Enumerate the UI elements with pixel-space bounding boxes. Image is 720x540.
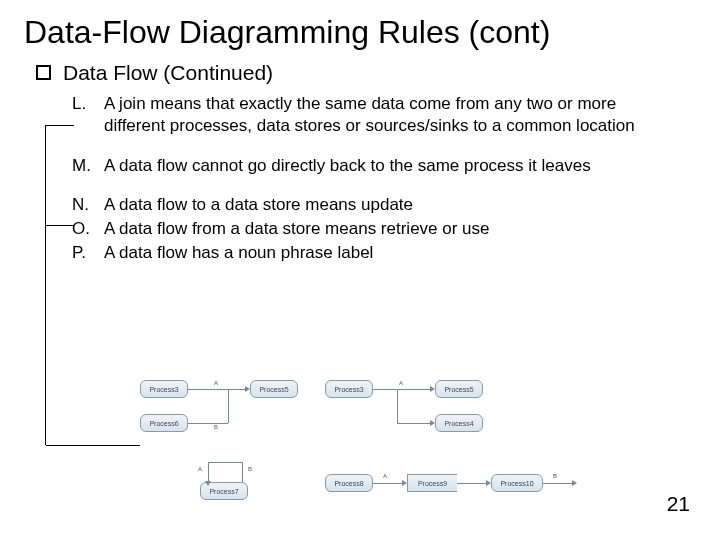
process-box: Process3: [325, 380, 373, 398]
dfd-group-selfloop: Process7 A B: [170, 456, 290, 506]
arrow-label: A: [198, 466, 202, 472]
rule-list: L. A join means that exactly the same da…: [0, 85, 720, 264]
process-box: Process5: [435, 380, 483, 398]
arrow-icon: [543, 483, 573, 484]
arrow-icon: [208, 462, 209, 482]
arrow-label: B: [214, 424, 218, 430]
section-heading: Data Flow (Continued): [0, 57, 720, 85]
data-store-box: Process9: [407, 474, 457, 492]
arrow-label: A: [214, 380, 218, 386]
section-heading-text: Data Flow (Continued): [63, 61, 273, 85]
arrow-icon: [228, 389, 229, 423]
rule-text: A data flow from a data store means retr…: [104, 218, 672, 240]
rule-letter: N.: [72, 194, 96, 216]
arrow-icon: [373, 389, 431, 390]
rule-letter: P.: [72, 242, 96, 264]
arrow-icon: [208, 462, 242, 463]
arrow-icon: [188, 423, 228, 424]
process-box: Process10: [491, 474, 543, 492]
slide-title: Data-Flow Diagramming Rules (cont): [0, 0, 720, 57]
page-number: 21: [667, 492, 690, 516]
rule-letter: O.: [72, 218, 96, 240]
process-box: Process6: [140, 414, 188, 432]
arrow-icon: [457, 483, 487, 484]
arrow-label: A: [399, 380, 403, 386]
arrow-label: B: [248, 466, 252, 472]
dfd-illustration: Process3 Process6 Process5 A B Process3 …: [140, 378, 640, 508]
dfd-group-chain: Process8 A Process9 Process10 B: [325, 466, 625, 506]
arrow-label: A: [383, 473, 387, 479]
process-box: Process8: [325, 474, 373, 492]
rule-letter: L.: [72, 93, 96, 137]
process-box: Process3: [140, 380, 188, 398]
arrow-icon: [397, 389, 398, 423]
dfd-group-join: Process3 Process6 Process5 A B: [140, 378, 300, 438]
rule-item-L: L. A join means that exactly the same da…: [72, 93, 672, 137]
dfd-group-fork: Process3 Process5 Process4 A: [325, 378, 485, 438]
rule-item-N: N. A data flow to a data store means upd…: [72, 194, 672, 216]
rule-letter: M.: [72, 155, 96, 177]
arrow-icon: [188, 389, 246, 390]
rule-text: A data flow has a noun phrase label: [104, 242, 672, 264]
process-box: Process5: [250, 380, 298, 398]
connector-line: [45, 125, 46, 445]
arrow-icon: [373, 483, 403, 484]
process-box: Process4: [435, 414, 483, 432]
rule-item-M: M. A data flow cannot go directly back t…: [72, 155, 672, 177]
rule-text: A data flow cannot go directly back to t…: [104, 155, 672, 177]
arrow-icon: [242, 462, 243, 482]
rule-item-P: P. A data flow has a noun phrase label: [72, 242, 672, 264]
arrow-icon: [397, 423, 431, 424]
rule-text: A data flow to a data store means update: [104, 194, 672, 216]
rule-text: A join means that exactly the same data …: [104, 93, 672, 137]
checkbox-bullet-icon: [36, 65, 51, 80]
arrow-label: B: [553, 473, 557, 479]
rule-item-O: O. A data flow from a data store means r…: [72, 218, 672, 240]
